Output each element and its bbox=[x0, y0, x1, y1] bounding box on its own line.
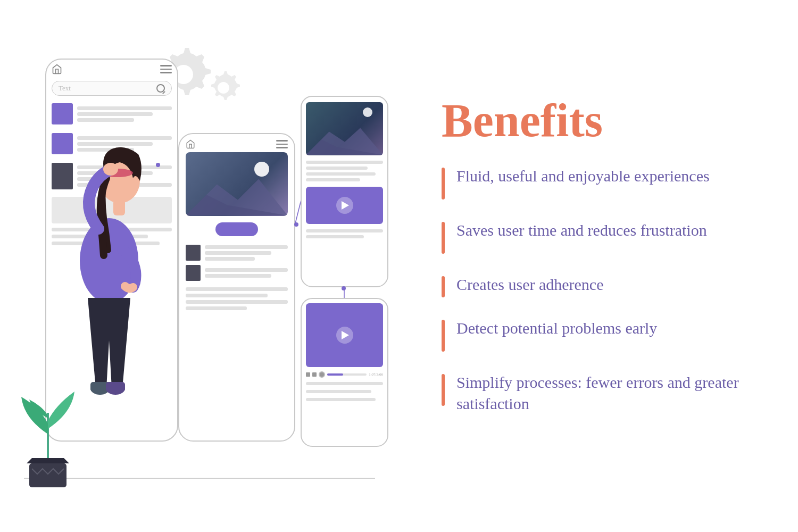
dot-1 bbox=[156, 163, 160, 167]
progress-bar bbox=[327, 373, 367, 376]
phone-mid bbox=[178, 133, 295, 442]
benefit-bar-2 bbox=[442, 222, 445, 254]
benefits-panel: Benefits Fluid, useful and enjoyable exp… bbox=[399, 0, 798, 532]
phone-mid-topbar bbox=[179, 134, 294, 152]
phone-right-top bbox=[301, 96, 388, 287]
benefit-text-5: Simplify processes: fewer errors and gre… bbox=[456, 372, 766, 415]
dot-3 bbox=[342, 286, 346, 290]
menu-icon bbox=[160, 65, 172, 73]
benefit-item-3: Creates user adherence bbox=[442, 274, 766, 297]
video-controls: 1:07/3:00 bbox=[302, 369, 387, 380]
pause-icon bbox=[306, 372, 310, 377]
gear-small bbox=[205, 69, 242, 109]
benefit-bar-4 bbox=[442, 320, 445, 352]
mountain-svg-rt bbox=[306, 123, 383, 155]
phone-right-bottom: 1:07/3:00 bbox=[301, 298, 388, 447]
illustration-panel: Text bbox=[0, 0, 399, 532]
mid-content bbox=[179, 243, 294, 312]
skip-icon bbox=[312, 372, 317, 377]
benefit-bar-3 bbox=[442, 276, 445, 297]
time-display: 1:07/3:00 bbox=[369, 372, 383, 377]
play-button-rb bbox=[336, 327, 353, 344]
plant-illustration bbox=[13, 381, 82, 489]
volume-icon bbox=[319, 371, 325, 378]
benefit-item-2: Saves user time and reduces frustration bbox=[442, 220, 766, 254]
benefit-text-2: Saves user time and reduces frustration bbox=[456, 220, 707, 242]
rt-video-area bbox=[306, 187, 383, 224]
benefits-title: Benefits bbox=[442, 97, 766, 144]
benefit-bar-5 bbox=[442, 374, 445, 406]
benefit-item-1: Fluid, useful and enjoyable experiences bbox=[442, 165, 766, 200]
phone-main-topbar bbox=[46, 60, 177, 77]
benefit-item-5: Simplify processes: fewer errors and gre… bbox=[442, 372, 766, 415]
svg-rect-14 bbox=[106, 382, 125, 392]
rb-video-area bbox=[306, 303, 383, 367]
benefit-text-3: Creates user adherence bbox=[456, 274, 604, 296]
rt-image bbox=[306, 102, 383, 155]
play-button-rt bbox=[336, 197, 353, 214]
mountain-svg-mid bbox=[186, 173, 288, 216]
svg-rect-15 bbox=[113, 200, 125, 215]
menu-icon-mid bbox=[276, 140, 288, 148]
home-icon-mid bbox=[186, 139, 195, 149]
dot-2 bbox=[294, 222, 298, 227]
benefit-text-1: Fluid, useful and enjoyable experiences bbox=[456, 165, 710, 187]
svg-point-10 bbox=[103, 163, 118, 176]
illustration: Text bbox=[13, 27, 386, 505]
benefit-item-4: Detect potential problems early bbox=[442, 318, 766, 352]
purple-pill-button bbox=[215, 222, 258, 236]
benefit-text-4: Detect potential problems early bbox=[456, 318, 657, 339]
plant-svg bbox=[13, 381, 82, 487]
rt-lines bbox=[302, 159, 387, 184]
home-icon bbox=[52, 64, 62, 74]
svg-rect-16 bbox=[29, 463, 66, 487]
benefit-bar-1 bbox=[442, 168, 445, 200]
mid-image bbox=[186, 152, 288, 216]
